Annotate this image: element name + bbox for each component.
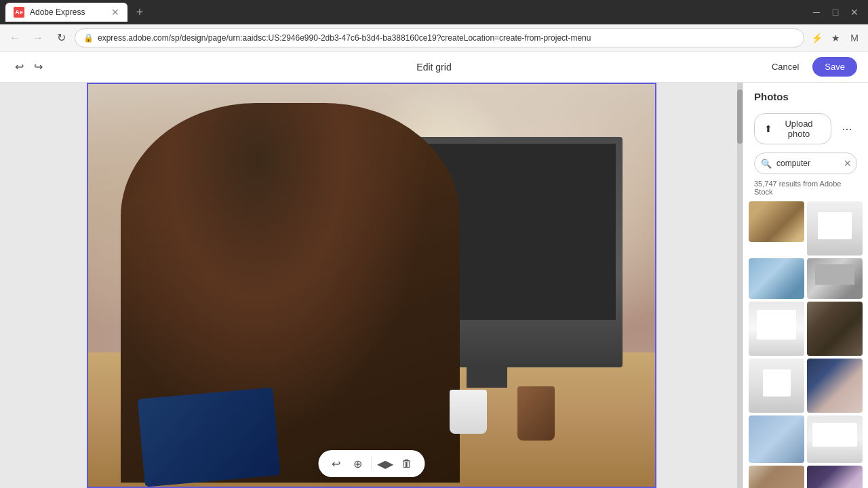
more-options-button[interactable]: ···	[837, 119, 857, 139]
url-text: express.adobe.com/sp/design/page/urn:aai…	[98, 33, 795, 43]
canvas-wrapper	[87, 83, 656, 488]
photo-thumb-7[interactable]	[749, 359, 804, 413]
tab-title: Adobe Express	[30, 7, 85, 17]
binder	[137, 388, 280, 487]
photo-thumb-8[interactable]	[807, 359, 863, 413]
search-bar: 🔍 ✕	[754, 152, 857, 174]
pencil-holder	[517, 386, 555, 441]
photo-thumb-6[interactable]	[807, 302, 863, 356]
cancel-button[interactable]: Cancel	[764, 57, 807, 77]
active-tab[interactable]: Ae Adobe Express ✕	[5, 3, 127, 22]
canvas-add-tool[interactable]: ⊕	[348, 454, 367, 473]
panel-title: Photos	[743, 83, 868, 108]
close-window-button[interactable]: ✕	[846, 4, 863, 20]
photo-thumb-11[interactable]	[749, 466, 804, 488]
browser-chrome: Ae Adobe Express ✕ + ─ □ ✕	[0, 0, 868, 24]
profile-icon[interactable]: M	[846, 30, 863, 46]
window-controls: ─ □ ✕	[808, 4, 863, 20]
forward-button[interactable]: →	[28, 28, 47, 47]
photo-thumb-4[interactable]	[807, 258, 863, 299]
coffee-mug	[450, 390, 487, 434]
main-layout: ↩ ⊕ ◀▶ 🗑 Photos ⬆ Upload photo ··· 🔍 ✕ 3…	[0, 83, 868, 488]
upload-icon: ⬆	[764, 123, 772, 134]
page-title: Edit grid	[416, 62, 451, 73]
upload-label: Upload photo	[776, 119, 821, 139]
results-count: 35,747 results from Adobe Stock	[743, 180, 868, 201]
tab-close-button[interactable]: ✕	[111, 7, 119, 18]
upload-photo-button[interactable]: ⬆ Upload photo	[754, 113, 831, 144]
canvas-undo-tool[interactable]: ↩	[326, 454, 345, 473]
nav-right-icons: ⚡ ★ M	[808, 30, 863, 46]
redo-button[interactable]: ↪	[30, 59, 46, 75]
photo-thumb-3[interactable]	[749, 258, 804, 299]
canvas-tool-divider	[371, 457, 372, 470]
photo-thumb-2[interactable]	[807, 201, 863, 256]
extensions-icon[interactable]: ⚡	[808, 30, 825, 46]
canvas-toolbar: ↩ ⊕ ◀▶ 🗑	[318, 450, 425, 477]
photos-panel: Photos ⬆ Upload photo ··· 🔍 ✕ 35,747 res…	[743, 83, 868, 488]
lock-icon: 🔒	[83, 33, 94, 43]
undo-button[interactable]: ↩	[11, 59, 27, 75]
photo-thumb-1[interactable]	[749, 201, 804, 242]
bookmark-icon[interactable]: ★	[827, 30, 844, 46]
save-button[interactable]: Save	[812, 57, 857, 77]
restore-button[interactable]: □	[827, 4, 844, 20]
search-icon: 🔍	[761, 159, 772, 169]
toolbar-right: Cancel Save	[764, 57, 857, 77]
photo-thumb-9[interactable]	[749, 415, 804, 463]
canvas-move-tool[interactable]: ◀▶	[376, 454, 395, 473]
back-button[interactable]: ←	[5, 28, 24, 47]
navigation-bar: ← → ↻ 🔒 express.adobe.com/sp/design/page…	[0, 24, 868, 52]
toolbar-left: ↩ ↪	[11, 59, 46, 75]
photo-thumb-5[interactable]	[749, 302, 804, 356]
refresh-button[interactable]: ↻	[52, 28, 71, 47]
address-bar[interactable]: 🔒 express.adobe.com/sp/design/page/urn:a…	[75, 28, 804, 47]
panel-actions: ⬆ Upload photo ···	[743, 108, 868, 150]
monitor-stand	[467, 367, 507, 388]
photo-thumb-10[interactable]	[807, 415, 863, 463]
canvas-scrollbar-thumb[interactable]	[737, 89, 743, 144]
canvas-scrollbar[interactable]	[737, 83, 743, 488]
canvas-image[interactable]	[87, 83, 656, 488]
new-tab-button[interactable]: +	[132, 4, 148, 20]
photo-thumb-12[interactable]	[807, 466, 863, 488]
photo-grid	[743, 201, 868, 488]
app-toolbar: ↩ ↪ Edit grid Cancel Save	[0, 52, 868, 83]
minimize-button[interactable]: ─	[808, 4, 825, 20]
search-clear-button[interactable]: ✕	[844, 158, 852, 169]
canvas-delete-tool[interactable]: 🗑	[397, 454, 416, 473]
tab-favicon: Ae	[14, 7, 24, 18]
canvas-area: ↩ ⊕ ◀▶ 🗑	[0, 83, 743, 488]
